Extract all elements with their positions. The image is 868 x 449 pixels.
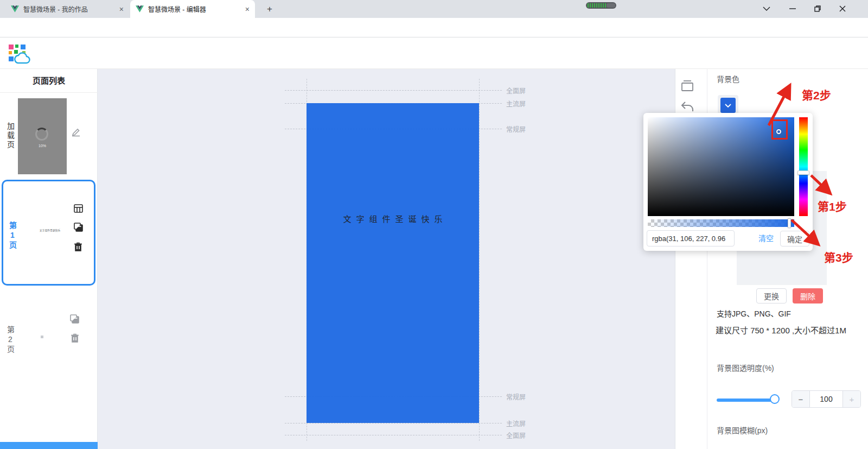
- opacity-value[interactable]: 100: [809, 391, 843, 407]
- window-close-button[interactable]: [833, 0, 852, 17]
- guide-label: 主流屏: [506, 419, 526, 428]
- guide-label: 全面屏: [506, 86, 526, 95]
- window-restore-button[interactable]: [808, 0, 827, 17]
- page-item-label: 第1页: [7, 222, 18, 250]
- delete-page-icon[interactable]: [74, 242, 82, 254]
- board-icon[interactable]: [680, 79, 694, 94]
- rgba-value-input[interactable]: [647, 230, 735, 246]
- alpha-slider[interactable]: [648, 219, 794, 227]
- loading-percent: 10%: [18, 144, 67, 148]
- guide-line: [285, 90, 502, 91]
- guide-label: 全面屏: [506, 431, 526, 440]
- guide-line-vertical-right: [479, 79, 480, 441]
- browser-tab-editor[interactable]: 智慧微场景 - 编辑器 ×: [130, 0, 255, 18]
- page-text-component[interactable]: 文字组件圣诞快乐: [307, 213, 479, 224]
- background-settings-panel: 背景色 清空 确定 更换 删除 支持JPG、PNG、GIF 建议尺寸 750 *…: [675, 69, 868, 449]
- opacity-label: 背景图透明度(%): [717, 362, 774, 373]
- annotation-step2-arrow: [761, 78, 802, 129]
- browser-tab-my-works[interactable]: 智慧微场景 - 我的作品 ×: [5, 0, 129, 18]
- page-thumbnail[interactable]: 10%: [18, 98, 67, 174]
- editor-header: 智慧微场景 T 文字 图片 ♪ 音频 视频 导航 组件 插件: [0, 37, 868, 69]
- browser-toolbar: ms.kyk251.cn/#/editor/58e29f5ad38543a8a1…: [0, 18, 868, 37]
- stepper-decrease-button[interactable]: −: [792, 391, 809, 407]
- page-item-label: 加载页: [5, 122, 16, 150]
- battery-rest: [607, 3, 615, 8]
- delete-page-icon[interactable]: [71, 333, 79, 345]
- opacity-stepper: − 100 +: [792, 390, 861, 408]
- hue-slider[interactable]: [799, 117, 808, 216]
- alpha-gradient: [648, 219, 794, 227]
- opacity-slider-handle[interactable]: [770, 394, 780, 404]
- loading-spinner: [35, 128, 48, 141]
- annotation-step2-label: 第2步: [802, 86, 831, 103]
- editor-canvas[interactable]: 全面屏 主流屏 常规屏 常规屏 主流屏 全面屏 文字组件圣诞快乐: [98, 69, 675, 449]
- blur-label: 背景图模糊(px): [717, 425, 768, 435]
- battery-indicator: [586, 2, 616, 9]
- page-thumb-mark: [41, 336, 43, 338]
- new-tab-button[interactable]: +: [263, 2, 277, 16]
- clear-color-link[interactable]: 清空: [758, 230, 774, 246]
- edit-pencil-icon[interactable]: [71, 127, 81, 140]
- page-item-1-selected[interactable]: 第1页 文字组件圣诞快乐: [2, 180, 95, 286]
- annotation-step3-arrow: [788, 217, 829, 254]
- window-chevron-button[interactable]: [757, 0, 776, 17]
- guide-label: 常规屏: [506, 124, 526, 134]
- page-thumb-text: 文字组件圣诞快乐: [30, 229, 70, 232]
- opacity-slider-track[interactable]: [717, 399, 777, 402]
- annotation-step1-arrow: [808, 172, 840, 205]
- background-color-label: 背景色: [717, 73, 739, 84]
- replace-image-button[interactable]: 更换: [756, 288, 787, 303]
- window-minimize-button[interactable]: [783, 0, 802, 17]
- grid-layout-icon[interactable]: [74, 204, 83, 215]
- page-item-label: 第2页: [5, 326, 16, 355]
- tab-title: 智慧微场景 - 编辑器: [148, 4, 235, 14]
- add-page-bar[interactable]: [0, 442, 98, 449]
- tab-close-icon[interactable]: ×: [245, 5, 250, 14]
- supported-formats-text: 支持JPG、PNG、GIF: [717, 308, 791, 319]
- mobile-page-surface[interactable]: 文字组件圣诞快乐: [307, 103, 479, 423]
- copy-page-icon[interactable]: [70, 314, 79, 326]
- copy-page-icon[interactable]: [74, 223, 83, 234]
- guide-label: 主流屏: [506, 99, 526, 108]
- browser-tab-bar: 智慧微场景 - 我的作品 × 智慧微场景 - 编辑器 × +: [0, 0, 868, 18]
- tab-close-icon[interactable]: ×: [119, 5, 124, 14]
- vue-favicon: [136, 5, 144, 12]
- page-list-title: 页面列表: [0, 69, 98, 93]
- vue-favicon: [11, 5, 19, 12]
- page-list-sidebar: 页面列表 加载页 10% 第1页 文字组件圣诞快乐 第2页: [0, 69, 98, 449]
- stepper-increase-button[interactable]: +: [843, 391, 860, 407]
- size-hint-text: 建议尺寸 750 * 1200 ,大小不超过1M: [716, 324, 846, 336]
- swatch-color: [720, 98, 736, 113]
- guide-line: [285, 435, 502, 435]
- chevron-down-icon: [725, 104, 731, 107]
- guide-label: 常规屏: [506, 392, 526, 401]
- app-logo: [8, 43, 31, 64]
- tab-title: 智慧微场景 - 我的作品: [23, 4, 110, 14]
- delete-image-button[interactable]: 删除: [793, 288, 823, 303]
- battery-fill: [588, 3, 606, 8]
- guide-line: [285, 423, 502, 423]
